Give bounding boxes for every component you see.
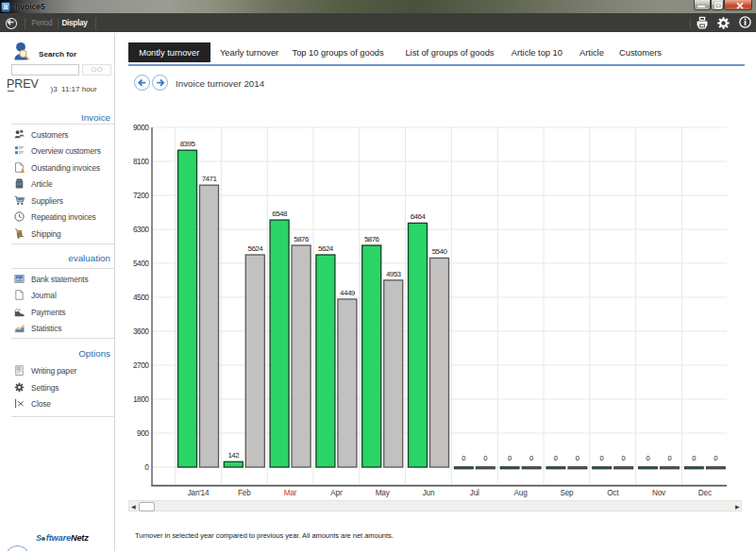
svg-text:0: 0 bbox=[554, 454, 558, 462]
svg-text:0: 0 bbox=[529, 454, 533, 462]
svg-text:142: 142 bbox=[227, 451, 240, 460]
svg-text:0: 0 bbox=[600, 454, 604, 462]
svg-text:Mar: Mar bbox=[284, 489, 297, 497]
svg-text:5400: 5400 bbox=[133, 259, 149, 268]
svg-text:8100: 8100 bbox=[133, 157, 149, 166]
svg-text:Feb: Feb bbox=[238, 489, 251, 497]
svg-text:0: 0 bbox=[714, 454, 717, 462]
svg-text:Nov: Nov bbox=[652, 489, 666, 497]
svg-text:Jun: Jun bbox=[423, 489, 435, 497]
svg-text:Jan'14: Jan'14 bbox=[188, 489, 210, 497]
svg-text:900: 900 bbox=[137, 428, 149, 438]
svg-text:0: 0 bbox=[622, 454, 626, 462]
svg-text:Aug: Aug bbox=[514, 489, 529, 497]
svg-text:May: May bbox=[376, 489, 391, 497]
svg-text:Sep: Sep bbox=[560, 489, 574, 497]
svg-text:5876: 5876 bbox=[294, 235, 310, 243]
svg-text:2700: 2700 bbox=[133, 360, 149, 370]
svg-text:6548: 6548 bbox=[272, 209, 288, 218]
svg-text:5540: 5540 bbox=[432, 247, 448, 256]
svg-text:0: 0 bbox=[462, 454, 465, 462]
svg-text:0: 0 bbox=[576, 454, 580, 462]
svg-text:4953: 4953 bbox=[386, 270, 402, 278]
svg-text:Dec: Dec bbox=[698, 489, 712, 497]
svg-text:3600: 3600 bbox=[133, 327, 149, 336]
svg-text:4500: 4500 bbox=[133, 293, 149, 302]
svg-text:Oct: Oct bbox=[607, 489, 619, 497]
svg-text:7200: 7200 bbox=[133, 191, 149, 200]
svg-text:6300: 6300 bbox=[133, 225, 149, 234]
svg-text:0: 0 bbox=[144, 462, 149, 472]
svg-text:0: 0 bbox=[692, 454, 696, 462]
svg-text:5624: 5624 bbox=[247, 244, 263, 253]
svg-text:6464: 6464 bbox=[411, 212, 427, 221]
svg-text:7471: 7471 bbox=[202, 175, 218, 183]
svg-text:4449: 4449 bbox=[340, 289, 356, 297]
svg-text:1800: 1800 bbox=[133, 394, 149, 404]
svg-text:9000: 9000 bbox=[133, 123, 149, 132]
svg-text:0: 0 bbox=[508, 454, 512, 462]
svg-text:Apr: Apr bbox=[330, 489, 343, 497]
svg-text:5624: 5624 bbox=[318, 244, 334, 253]
svg-text:Jul: Jul bbox=[470, 489, 479, 497]
svg-text:5876: 5876 bbox=[364, 235, 380, 243]
svg-text:8395: 8395 bbox=[180, 140, 196, 148]
svg-text:0: 0 bbox=[483, 454, 487, 462]
svg-text:0: 0 bbox=[646, 454, 649, 462]
svg-text:0: 0 bbox=[667, 454, 671, 462]
